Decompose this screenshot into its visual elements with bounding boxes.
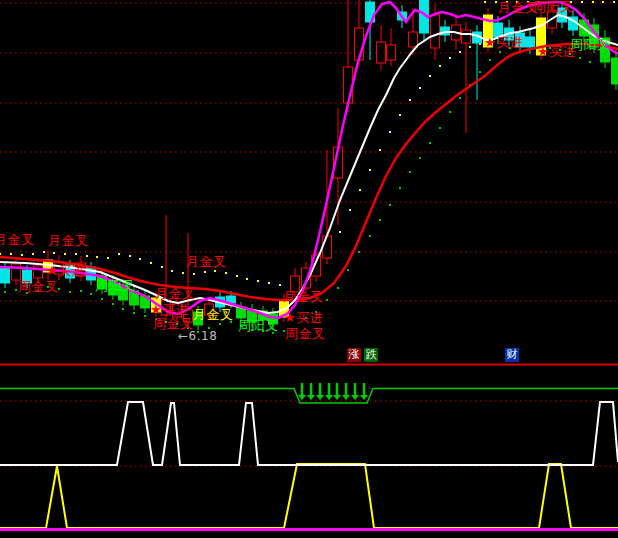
indicator-dot-yellow [171, 270, 173, 272]
indicator-dot-yellow [409, 99, 411, 101]
annotation-signal-zhou-yangchai: 周阳叉 [533, 0, 574, 14]
down-arrow-icon [316, 395, 324, 400]
annotation-signal-zhou-yangchai: 周阳叉 [238, 318, 279, 333]
annotation-signal-buy: ★买进 [46, 263, 85, 278]
indicator-dot-green [80, 290, 82, 292]
indicator-dot-green [409, 171, 411, 173]
indicator-dot-yellow [359, 189, 361, 191]
indicator-dot-yellow [369, 169, 371, 171]
annotation-signal-zhou-yangchai: 周阳叉 [570, 37, 611, 52]
candlestick [462, 30, 471, 43]
annotation-signal-buy: ★买进 [484, 35, 523, 50]
indicator-dot-yellow [449, 57, 451, 59]
down-arrow-icon [307, 395, 315, 400]
indicator-dot-green [90, 293, 92, 295]
indicator-dot-yellow [193, 273, 195, 275]
candlestick [409, 32, 418, 47]
indicator-dot-yellow [339, 231, 341, 233]
annotation-signal-yue-jinchai: 月金叉 [0, 232, 35, 247]
candlestick [387, 45, 396, 60]
indicator-dot-green [133, 312, 135, 314]
kline-chart[interactable]: 月金叉月金叉★买进周金叉周阳叉月金叉月金叉★买进周金叉月金叉←6.18周阳叉月金… [0, 0, 618, 538]
indicator-dot-green [579, 57, 581, 59]
indicator-dot-green [69, 291, 71, 293]
indicator-dot-green [144, 315, 146, 317]
indicator-dot-yellow [0, 253, 1, 255]
indicator-dot-green [358, 251, 360, 253]
indicator-dot-yellow [32, 253, 34, 255]
indicator-dot-green [589, 61, 591, 63]
candlestick [323, 236, 332, 258]
indicator-dot-green [389, 204, 391, 206]
indicator-dot-yellow [225, 272, 227, 274]
indicator-dot-yellow [495, 1, 497, 3]
badge-cai[interactable]: 财 [505, 348, 519, 362]
indicator-dot-yellow [257, 280, 259, 282]
indicator-dot-green [326, 299, 328, 301]
indicator-dot-yellow [214, 270, 216, 272]
indicator-dot-yellow [75, 253, 77, 255]
indicator-dot-yellow [150, 262, 152, 264]
indicator-dot-yellow [86, 255, 88, 257]
annotation-signal-buy: ★买进 [284, 310, 323, 325]
annotation-signal-buy: ★买进 [150, 302, 189, 317]
indicator-dot-yellow [592, 1, 594, 3]
indicator-dot-green [101, 298, 103, 300]
indicator-dot-yellow [389, 131, 391, 133]
indicator-dot-green [479, 71, 481, 73]
indicator-dot-yellow [469, 46, 471, 48]
indicator-dot-yellow [129, 255, 131, 257]
indicator-dot-yellow [349, 209, 351, 211]
indicator-dot-yellow [379, 149, 381, 151]
indicator-dot-green [419, 157, 421, 159]
down-arrow-icon [325, 395, 333, 400]
indicator-dot-yellow [21, 254, 23, 256]
down-arrow-icon [351, 395, 359, 400]
badge-zhang[interactable]: 涨 [347, 348, 361, 362]
down-arrow-icon [333, 395, 341, 400]
indicator-dot-yellow [182, 272, 184, 274]
indicator-dot-green [369, 235, 371, 237]
indicator-dot-green [15, 289, 17, 291]
annotation-signal-yue-jinchai: 月金叉 [283, 289, 324, 304]
candlestick [377, 42, 386, 63]
indicator-dot-yellow [429, 75, 431, 77]
indicator-dot-yellow [161, 266, 163, 268]
annotation-signal-yue-jinchai: 月金叉 [155, 286, 196, 301]
indicator-dot-green [379, 219, 381, 221]
indicator-dot-yellow [43, 251, 45, 253]
indicator-dot-yellow [139, 258, 141, 260]
down-arrow-icon [342, 395, 350, 400]
down-arrow-icon [360, 395, 368, 400]
indicator-dot-green [449, 111, 451, 113]
indicator-dot-yellow [613, 1, 615, 3]
ma-line-red [0, 44, 618, 300]
indicator-dot-yellow [64, 253, 66, 255]
annotation-signal-yue-jinchai-yellow: 月金叉 [193, 307, 234, 322]
candlestick [612, 58, 618, 84]
indicator-dot-green [429, 142, 431, 144]
candlestick [526, 37, 535, 47]
badge-die[interactable]: 跌 [364, 348, 378, 362]
indicator-line-white [0, 402, 618, 465]
indicator-dot-yellow [107, 257, 109, 259]
indicator-dot-yellow [399, 114, 401, 116]
indicator-dot-yellow [96, 256, 98, 258]
indicator-dot-yellow [581, 1, 583, 3]
indicator-dot-green [347, 269, 349, 271]
annotation-signal-yue-jinchai: 月金叉 [48, 233, 89, 248]
indicator-dot-yellow [459, 51, 461, 53]
indicator-line-yellow [0, 464, 618, 528]
indicator-dot-yellow [268, 282, 270, 284]
indicator-dot-yellow [484, 1, 486, 3]
annotation-price-marker: ←6.18 [178, 329, 217, 343]
indicator-dot-green [337, 287, 339, 289]
chart-window: 月金叉月金叉★买进周金叉周阳叉月金叉月金叉★买进周金叉月金叉←6.18周阳叉月金… [0, 0, 618, 538]
indicator-dot-yellow [204, 271, 206, 273]
indicator-dot-yellow [419, 87, 421, 89]
indicator-dot-yellow [236, 275, 238, 277]
indicator-dot-green [399, 187, 401, 189]
indicator-dot-green [439, 127, 441, 129]
indicator-dot-yellow [279, 284, 281, 286]
annotation-signal-zhou-jinchai: 周金叉 [285, 326, 326, 341]
